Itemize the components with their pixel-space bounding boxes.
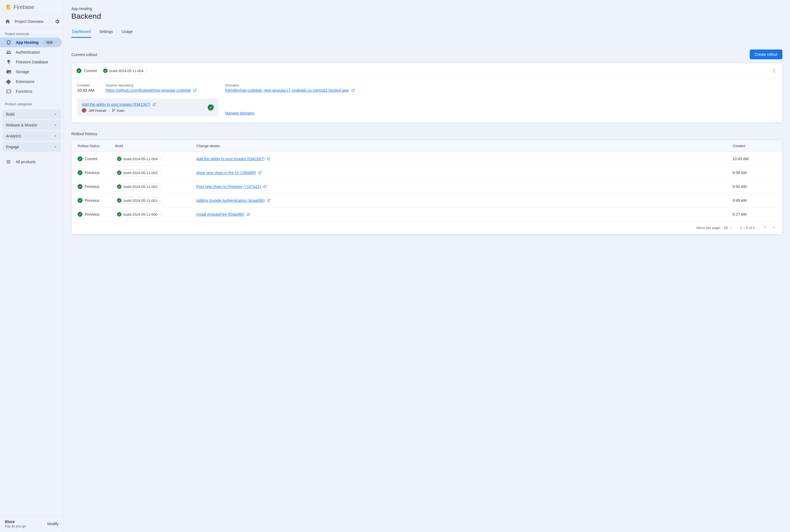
sidebar-item-storage[interactable]: Storage — [0, 67, 63, 77]
svg-point-5 — [112, 111, 113, 112]
row-build-pill[interactable]: build-2024-05-11-002 — [115, 183, 161, 190]
sidebar-item-extensions[interactable]: Extensions — [0, 77, 63, 87]
chevron-left-icon — [763, 225, 767, 230]
row-build-pill[interactable]: build-2024-05-11-003 — [115, 169, 161, 176]
items-per-page-label: Items per page: — [696, 226, 721, 230]
project-overview-label: Project Overview — [15, 19, 43, 24]
row-build: build-2024-05-11-001 — [124, 198, 157, 203]
prev-page-button[interactable] — [763, 225, 767, 230]
repo-link[interactable]: https://github.com/jhuleatt/tmp-angular-… — [106, 88, 191, 93]
new-badge: NEW — [44, 40, 55, 44]
project-overview-link[interactable]: Project Overview — [0, 15, 50, 28]
plan-modify-button[interactable]: Modify — [48, 522, 58, 526]
branch-icon — [112, 109, 116, 112]
category-engage[interactable]: Engage — [2, 142, 61, 152]
category-label: Engage — [6, 145, 19, 149]
sidebar-item-app-hosting[interactable]: App Hosting NEW — [0, 38, 62, 47]
row-created: 9:58 AM — [733, 171, 776, 175]
row-change-link[interactable]: Install AngularFire (f04a06b) — [196, 212, 244, 216]
chevron-down-icon — [53, 134, 57, 138]
status-success-icon — [103, 69, 108, 73]
status-success-icon — [78, 198, 82, 203]
branch-name: main — [117, 109, 124, 113]
created-label: Created — [77, 83, 94, 87]
row-created: 9:27 AM — [733, 212, 776, 216]
sidebar-item-functions[interactable]: Functions — [0, 87, 63, 96]
external-link-icon — [193, 89, 197, 92]
domain-link[interactable]: friendlychat-codelab--test-angular17-cod… — [225, 88, 349, 93]
status-success-icon — [78, 212, 82, 217]
category-build[interactable]: Build — [2, 109, 61, 119]
sidebar-item-label: Firestore Database — [16, 60, 48, 64]
status-success-icon — [78, 156, 82, 161]
status-success-icon — [117, 185, 122, 189]
status-success-icon — [76, 68, 81, 73]
next-page-button[interactable] — [772, 225, 776, 230]
chevron-down-icon — [53, 112, 57, 116]
external-link-icon — [351, 89, 355, 92]
row-build-pill[interactable]: build-2024-05-11-004 — [115, 155, 161, 163]
external-link-icon — [267, 157, 271, 161]
repo-label: Source repository — [106, 83, 197, 87]
row-status: Previous — [85, 185, 99, 189]
status-success-icon — [117, 171, 122, 175]
page-title: Backend — [71, 12, 783, 21]
table-row: Previous build-2024-05-11-000 Install An… — [72, 208, 782, 221]
created-value: 10:43 AM — [77, 88, 94, 93]
dropdown-arrow-icon — [729, 226, 733, 230]
row-change-link[interactable]: Post new chats to Firestore (7107a31) — [196, 185, 261, 189]
table-row: Previous build-2024-05-11-001 Adding Goo… — [72, 194, 782, 208]
tab-settings[interactable]: Settings — [99, 27, 114, 38]
overflow-menu-button[interactable] — [771, 68, 777, 74]
svg-point-3 — [774, 72, 774, 73]
status-success-icon — [78, 170, 82, 175]
tab-usage[interactable]: Usage — [121, 27, 133, 38]
commit-link[interactable]: Add the ability to post images (6341067) — [82, 102, 150, 107]
current-build-pill[interactable]: build-2024-05-11-004 — [101, 67, 147, 74]
sidebar-item-label: Storage — [16, 70, 29, 74]
row-change-link[interactable]: Adding Google Authentication (dcaab0b) — [196, 198, 264, 203]
sidebar-item-label: Authentication — [16, 50, 40, 54]
main-content: App Hosting Backend Dashboard Settings U… — [64, 0, 790, 532]
create-rollout-button[interactable]: Create rollout — [750, 50, 783, 59]
sidebar-item-label: Extensions — [16, 79, 34, 84]
plan-card: Blaze Pay as you go Modify — [0, 515, 63, 532]
row-status: Current — [85, 157, 97, 161]
external-link-icon — [267, 198, 271, 202]
row-build-pill[interactable]: build-2024-05-11-000 — [115, 211, 161, 218]
rollout-history-title: Rollout history — [71, 131, 783, 136]
breadcrumb: App Hosting — [71, 6, 783, 11]
all-products-label: All products — [16, 160, 36, 164]
tabs: Dashboard Settings Usage — [71, 27, 783, 38]
firebase-logo[interactable]: Firebase — [0, 0, 63, 15]
settings-gear-button[interactable] — [50, 15, 63, 28]
status-success-icon — [117, 212, 122, 216]
items-per-page-value: 10 — [723, 226, 728, 230]
sidebar-item-label: App Hosting — [16, 40, 38, 44]
category-analytics[interactable]: Analytics — [2, 131, 61, 141]
sidebar-item-authentication[interactable]: Authentication — [0, 47, 63, 57]
grid-icon — [6, 159, 11, 164]
col-status: Rollout Status — [78, 144, 115, 148]
row-build: build-2024-05-11-004 — [124, 157, 157, 161]
all-products-link[interactable]: All products — [0, 154, 63, 170]
row-created: 10:43 AM — [733, 157, 776, 161]
row-created: 9:49 AM — [733, 198, 776, 203]
category-label: Analytics — [6, 134, 21, 138]
row-status: Previous — [85, 198, 99, 203]
row-build-pill[interactable]: build-2024-05-11-001 — [115, 197, 161, 204]
sidebar-item-firestore[interactable]: Firestore Database — [0, 57, 63, 67]
row-build: build-2024-05-11-002 — [124, 185, 157, 189]
row-change-link[interactable]: show new chats in the UI (198a89f) — [196, 171, 256, 175]
rollout-history-table: Rollout Status Build Change details Crea… — [71, 140, 783, 234]
category-release-monitor[interactable]: Release & Monitor — [2, 120, 61, 130]
items-per-page-select[interactable]: 10 — [723, 226, 732, 230]
tab-dashboard[interactable]: Dashboard — [71, 27, 91, 38]
table-footer: Items per page: 10 1 – 5 of 5 — [72, 221, 782, 234]
row-change-link[interactable]: Add the ability to post images (6341067) — [196, 157, 264, 161]
build-id: build-2024-05-11-004 — [110, 69, 144, 73]
commit-author: Jeff Huleatt — [89, 109, 107, 113]
commit-status-success-icon — [208, 104, 214, 110]
row-build: build-2024-05-11-000 — [124, 212, 157, 216]
manage-domains-link[interactable]: Manage domains — [225, 111, 254, 115]
